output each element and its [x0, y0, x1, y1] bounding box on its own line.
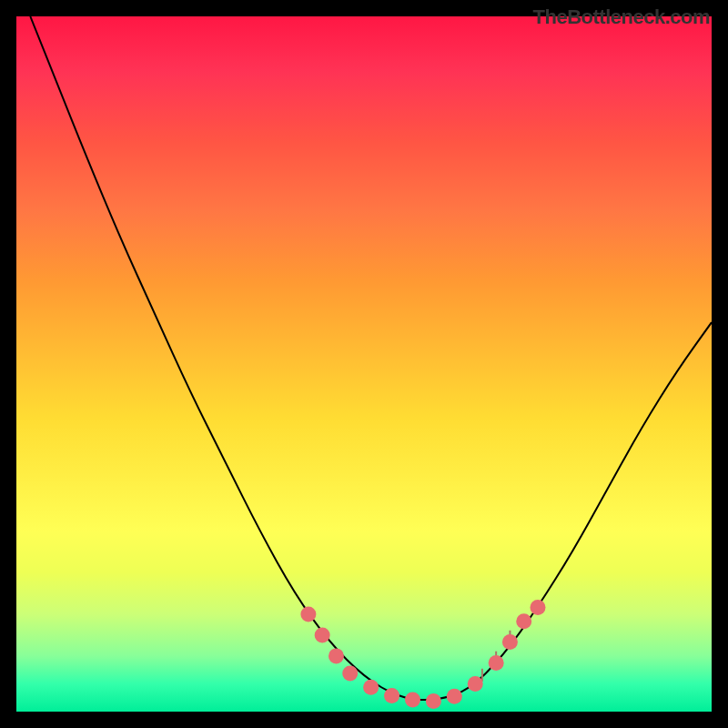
watermark-label: TheBottleneck.com	[533, 5, 710, 29]
chart-svg	[16, 16, 712, 712]
marker-dot	[426, 693, 441, 709]
marker-dot	[502, 634, 518, 650]
marker-dot	[384, 688, 399, 703]
plot-area	[16, 16, 712, 712]
marker-dot	[447, 689, 462, 704]
marker-dot	[329, 648, 344, 663]
bottleneck-curve	[30, 16, 712, 700]
marker-dot	[342, 665, 358, 681]
marker-dot	[516, 613, 531, 629]
marker-dot	[363, 680, 379, 695]
marker-dot	[300, 607, 316, 622]
marker-dot	[405, 693, 420, 708]
marker-dot	[468, 676, 483, 692]
highlight-dots	[300, 600, 545, 709]
marker-dot	[315, 627, 330, 642]
marker-dot	[489, 655, 504, 671]
marker-dot	[531, 600, 546, 615]
